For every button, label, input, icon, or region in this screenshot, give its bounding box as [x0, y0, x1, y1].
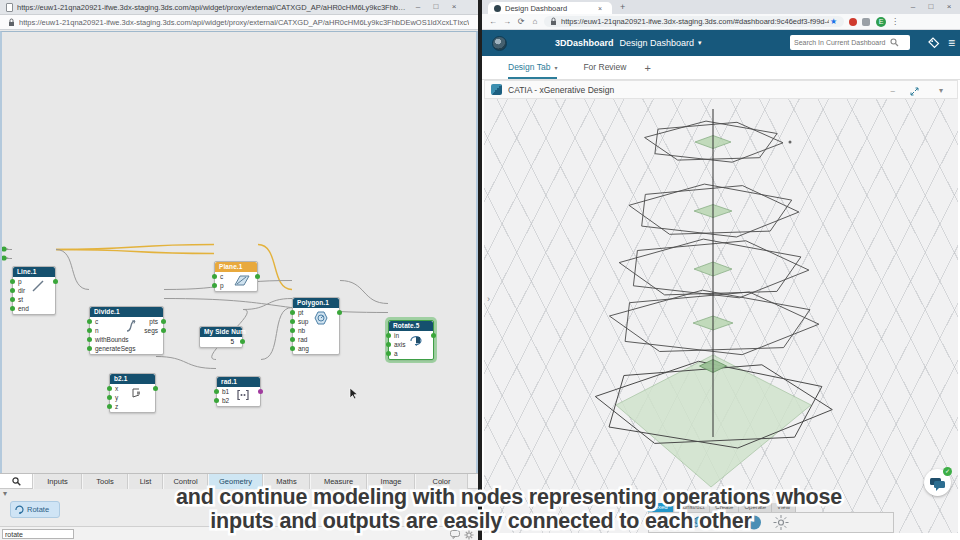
- palette-item-rotate[interactable]: Rotate: [10, 501, 60, 518]
- input-port-a[interactable]: [386, 351, 391, 356]
- input-port-p[interactable]: [212, 283, 217, 288]
- add-tab-button[interactable]: +: [644, 62, 650, 74]
- bookmark-star-icon[interactable]: ★: [830, 17, 837, 26]
- node-rad-1[interactable]: rad.1b1b2: [216, 376, 261, 407]
- sheets-icon[interactable]: [687, 514, 707, 531]
- action-tab-fixed[interactable]: Fixed: [648, 503, 674, 512]
- edge-port[interactable]: [2, 246, 7, 251]
- output-port[interactable]: [258, 389, 263, 394]
- widget-menu-chevron[interactable]: ▾: [939, 86, 943, 95]
- close-button[interactable]: ×: [940, 0, 958, 14]
- extension-icon-gray[interactable]: [862, 18, 870, 26]
- node-title[interactable]: rad.1: [217, 377, 260, 387]
- widget-resize-icon[interactable]: [910, 87, 919, 96]
- 3d-viewport[interactable]: › FixedConstructCreateOperateView: [484, 99, 958, 533]
- output-port[interactable]: [153, 386, 158, 391]
- profile-avatar[interactable]: E: [876, 17, 886, 27]
- comment-bubble-icon[interactable]: [450, 530, 460, 539]
- node-my-side-num[interactable]: My Side Num5: [199, 326, 243, 348]
- tab-design-tab[interactable]: Design Tab▾: [508, 56, 557, 79]
- new-tab-button[interactable]: +: [620, 2, 625, 12]
- output-port[interactable]: [255, 274, 260, 279]
- node-search-input[interactable]: [2, 529, 74, 539]
- tag-icon[interactable]: [928, 37, 940, 49]
- input-port-b1[interactable]: [214, 389, 219, 394]
- left-address-bar[interactable]: https://euw1-21qna20921-ifwe.3dx-staging…: [0, 15, 478, 30]
- gear-icon[interactable]: [464, 530, 474, 540]
- input-port-pt[interactable]: [290, 310, 295, 315]
- input-port-axis[interactable]: [386, 342, 391, 347]
- palette-tab-inputs[interactable]: Inputs: [33, 474, 82, 489]
- maximize-button[interactable]: □: [922, 0, 940, 14]
- palette-tab-maths[interactable]: Maths: [263, 474, 310, 489]
- node-rotate-5[interactable]: Rotate.5inaxisa: [388, 320, 434, 360]
- browser-tab[interactable]: Design Dashboard ×: [488, 2, 612, 14]
- palette-search-tab[interactable]: [0, 474, 33, 488]
- extension-icon-red[interactable]: [849, 18, 857, 26]
- node-title[interactable]: My Side Num: [200, 327, 242, 337]
- input-port-generateSegs[interactable]: [87, 346, 92, 351]
- input-port-c[interactable]: [87, 319, 92, 324]
- node-title[interactable]: Divide.1: [90, 307, 163, 317]
- input-port-y[interactable]: [107, 395, 112, 400]
- dashboard-search-input[interactable]: [790, 39, 890, 46]
- browser-menu-icon[interactable]: ⋮: [891, 17, 899, 26]
- node-divide-1[interactable]: Divide.1cptsnsegswithBoundsgenerateSegs: [89, 306, 164, 355]
- node-title[interactable]: Plane.1: [215, 262, 257, 272]
- action-tab-create[interactable]: Create: [710, 503, 739, 512]
- input-port-sup[interactable]: [290, 319, 295, 324]
- minimize-button[interactable]: –: [409, 0, 427, 14]
- sphere-icon[interactable]: [745, 514, 763, 531]
- output-port[interactable]: [431, 333, 436, 338]
- node-line-1[interactable]: Line.1pdirstend: [12, 266, 56, 315]
- maximize-button[interactable]: □: [427, 0, 445, 14]
- input-port-nb[interactable]: [290, 328, 295, 333]
- output-port[interactable]: [161, 319, 166, 324]
- input-port-ang[interactable]: [290, 346, 295, 351]
- action-tab-construct[interactable]: Construct: [674, 503, 711, 512]
- output-port[interactable]: [240, 339, 245, 344]
- input-port-b2[interactable]: [214, 398, 219, 403]
- palette-collapse-chevron[interactable]: ▾: [3, 489, 7, 498]
- palette-tab-measure[interactable]: Measure: [310, 474, 367, 489]
- node-plane-1[interactable]: Plane.1cp: [214, 261, 258, 292]
- input-port-dir[interactable]: [10, 288, 15, 293]
- node-polygon-1[interactable]: Polygon.1ptsupnbradang: [292, 297, 340, 355]
- node-title[interactable]: Line.1: [13, 267, 55, 277]
- palette-tab-control[interactable]: Control: [163, 474, 208, 489]
- compass-logo[interactable]: [492, 36, 507, 51]
- input-port-rad[interactable]: [290, 337, 295, 342]
- palette-tab-image[interactable]: Image: [367, 474, 415, 489]
- node-b2-1[interactable]: b2.1xyz: [109, 373, 156, 413]
- close-button[interactable]: ×: [445, 0, 463, 14]
- chat-button[interactable]: ✓: [924, 469, 951, 496]
- node-title[interactable]: Polygon.1: [293, 298, 339, 308]
- input-port-p[interactable]: [10, 279, 15, 284]
- input-port-n[interactable]: [87, 328, 92, 333]
- dashboard-title[interactable]: Design Dashboard: [620, 38, 695, 48]
- widget-minimize-icon[interactable]: –: [891, 86, 895, 95]
- palette-tab-list[interactable]: List: [128, 474, 163, 489]
- home-icon[interactable]: ⌂: [528, 17, 542, 26]
- box-plane-icon[interactable]: [716, 514, 736, 531]
- address-bar[interactable]: https://euw1-21qna20921-ifwe.3dx-staging…: [544, 16, 844, 27]
- forward-icon[interactable]: →: [500, 17, 514, 26]
- back-icon[interactable]: ←: [486, 17, 500, 26]
- input-port-in[interactable]: [386, 333, 391, 338]
- palette-tab-tools[interactable]: Tools: [82, 474, 128, 489]
- input-port-st[interactable]: [10, 297, 15, 302]
- node-graph-canvas[interactable]: Line.1pdirstendDivide.1cptsnsegswithBoun…: [0, 31, 478, 473]
- input-port-end[interactable]: [10, 306, 15, 311]
- node-value[interactable]: 5: [230, 337, 234, 346]
- action-tab-view[interactable]: View: [772, 503, 796, 512]
- reload-icon[interactable]: ⟳: [514, 17, 528, 26]
- light-burst-icon[interactable]: [772, 514, 790, 531]
- minimize-button[interactable]: –: [904, 0, 922, 14]
- input-port-withBounds[interactable]: [87, 337, 92, 342]
- node-title[interactable]: Rotate.5: [389, 321, 433, 331]
- input-port-z[interactable]: [107, 404, 112, 409]
- node-title[interactable]: b2.1: [110, 374, 155, 384]
- panel-expand-chevron[interactable]: ›: [487, 294, 490, 304]
- output-port[interactable]: [337, 310, 342, 315]
- input-port-c[interactable]: [212, 274, 217, 279]
